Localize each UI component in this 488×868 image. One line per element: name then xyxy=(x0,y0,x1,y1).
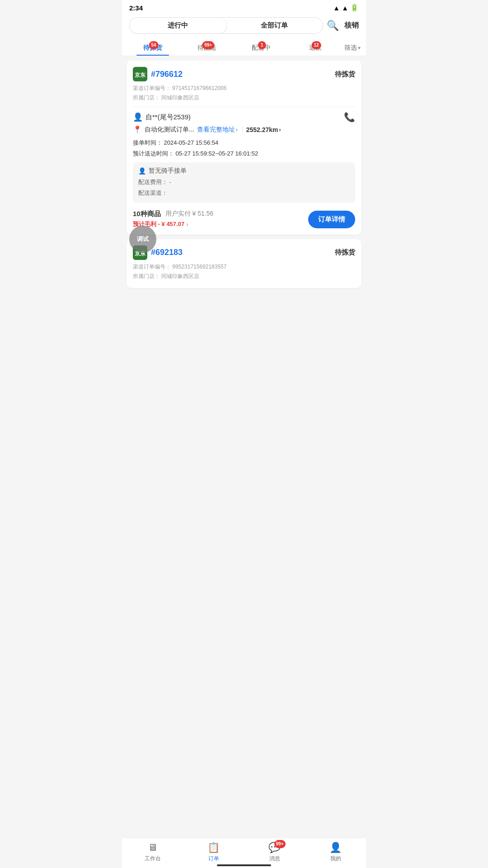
badge-refund: 12 xyxy=(312,41,321,49)
status-bar: 2:34 ▲ ▲ 🔋 xyxy=(122,0,366,14)
debug-fab-button[interactable]: 调试 xyxy=(129,226,156,253)
rider-box-796612: 👤 暂无骑手接单 配送费用： - 配送渠道： xyxy=(133,162,355,203)
goods-count: 10种商品 xyxy=(133,210,161,218)
shop-logo: 京东 xyxy=(133,67,147,81)
badge-pending-pick: 54 xyxy=(149,41,159,49)
customer-name: 自**(尾号2539) xyxy=(145,113,191,122)
subtab-delivering[interactable]: 配送中 1 xyxy=(234,39,288,56)
time-info-796612: 接单时间： 2024-05-27 15:56:54 预计送达时间： 05-27 … xyxy=(133,137,355,159)
cancel-button[interactable]: 核销 xyxy=(344,21,359,30)
order-id-692183: #692183 xyxy=(151,248,183,257)
customer-row-796612: 👤 自**(尾号2539) 📞 xyxy=(133,112,355,123)
battery-icon: 🔋 xyxy=(350,4,359,12)
order-channel-no-692183: 渠道订单编号： 995231715692183557 xyxy=(133,263,355,271)
sub-tabs: 待拣货 54 待配送 99+ 配送中 1 退款 12 筛选 ▾ xyxy=(122,39,366,56)
order-store-796612: 所属门店： 同城印象西区店 xyxy=(133,94,355,102)
subtab-pending-pick[interactable]: 待拣货 54 xyxy=(126,39,180,56)
order-card-692183: 调试 京东 #692183 待拣货 渠道订单编号： 99523171569218… xyxy=(127,239,361,288)
estimated-time: 预计送达时间： 05-27 15:59:52~05-27 16:01:52 xyxy=(133,148,355,159)
phone-icon[interactable]: 📞 xyxy=(344,112,355,123)
status-time: 2:34 xyxy=(129,4,143,12)
order-list: 京东 #796612 待拣货 渠道订单编号： 97145171679661200… xyxy=(122,56,366,324)
order-header-left: 京东 #796612 xyxy=(133,67,183,81)
main-tab-toggle: 进行中 全部订单 xyxy=(129,17,323,34)
order-status-796612: 待拣货 xyxy=(335,70,355,79)
divider-1 xyxy=(133,107,355,107)
filter-tab[interactable]: 筛选 ▾ xyxy=(343,39,362,56)
chevron-right-icon-2: › xyxy=(279,127,281,133)
order-status-692183: 待拣货 xyxy=(335,248,355,257)
chevron-down-icon: ▾ xyxy=(358,45,361,51)
view-address-link[interactable]: 查看完整地址 › xyxy=(197,126,238,134)
search-icon[interactable]: 🔍 xyxy=(327,20,339,32)
tab-in-progress[interactable]: 进行中 xyxy=(130,18,226,33)
delivery-channel: 配送渠道： xyxy=(138,188,350,198)
top-nav: 进行中 全部订单 🔍 核销 xyxy=(122,14,366,39)
address-text: 自动化测试订单... xyxy=(145,126,194,134)
rider-status-row: 👤 暂无骑手接单 xyxy=(138,167,350,175)
subtab-pending-delivery[interactable]: 待配送 99+ xyxy=(180,39,234,56)
delivery-fee: 配送费用： - xyxy=(138,177,350,187)
wifi-icon: ▲ xyxy=(333,4,340,12)
order-store-692183: 所属门店： 同城印象西区店 xyxy=(133,272,355,281)
tab-all-orders[interactable]: 全部订单 xyxy=(226,18,323,33)
user-pay: 用户实付 ¥ 51.56 xyxy=(165,210,214,218)
subtab-refund[interactable]: 退款 12 xyxy=(288,39,343,56)
signal-icon: ▲ xyxy=(342,4,348,12)
order-card-796612: 京东 #796612 待拣货 渠道订单编号： 97145171679661200… xyxy=(127,61,361,235)
customer-info: 👤 自**(尾号2539) xyxy=(133,112,191,122)
nav-actions: 🔍 核销 xyxy=(327,20,359,32)
chevron-right-icon: › xyxy=(236,127,238,133)
order-header-796612: 京东 #796612 待拣货 xyxy=(133,67,355,81)
location-icon: 📍 xyxy=(133,125,142,134)
order-header-692183: 京东 #692183 待拣货 xyxy=(133,245,355,260)
rider-icon: 👤 xyxy=(138,167,146,175)
card-bottom-796612: 10种商品 用户实付 ¥ 51.56 预计毛利 - ¥ 457.07 › 订单详… xyxy=(133,207,355,228)
person-icon: 👤 xyxy=(133,112,143,122)
badge-delivering: 1 xyxy=(258,41,266,49)
rider-status: 暂无骑手接单 xyxy=(149,167,187,175)
order-channel-no-796612: 渠道订单编号： 971451716796612006 xyxy=(133,84,355,93)
status-icons: ▲ ▲ 🔋 xyxy=(333,4,359,12)
accept-time: 接单时间： 2024-05-27 15:56:54 xyxy=(133,137,355,148)
order-id-796612: #796612 xyxy=(151,70,183,79)
distance-badge: 2552.27km › xyxy=(242,126,281,133)
svg-text:京东: 京东 xyxy=(135,72,146,78)
address-row-796612: 📍 自动化测试订单... 查看完整地址 › 2552.27km › xyxy=(133,125,355,134)
profit-chevron-icon: › xyxy=(186,221,188,228)
badge-pending-delivery: 99+ xyxy=(202,41,214,49)
detail-button-796612[interactable]: 订单详情 xyxy=(308,211,355,228)
